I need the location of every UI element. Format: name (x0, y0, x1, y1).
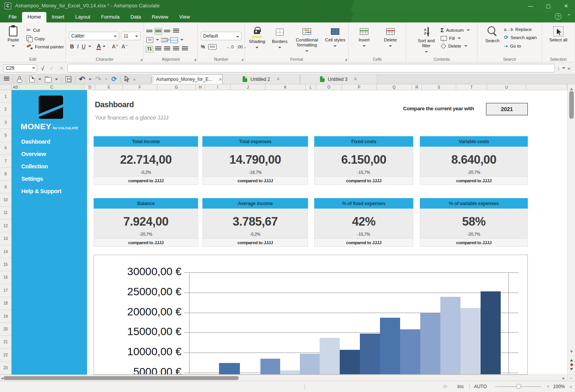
formula-bar-dropdown[interactable] (562, 67, 565, 70)
sidebar-item-overview[interactable]: Overview (21, 147, 84, 160)
save-icon[interactable] (65, 76, 72, 82)
row-header-5[interactable]: 5 (0, 129, 11, 142)
zoom-in-button[interactable]: + (547, 384, 549, 389)
row-header-13[interactable]: 13 (0, 232, 11, 245)
cancel-button[interactable]: ✕ (58, 65, 65, 71)
column-header-C[interactable]: C (19, 84, 84, 90)
merge-cells-button[interactable] (170, 36, 178, 44)
sidebar-item-dashboard[interactable]: Dashboard (21, 135, 84, 147)
column-header-U[interactable]: U (487, 84, 526, 90)
shrink-font-button[interactable]: A⁻ (120, 43, 129, 50)
row-header-17[interactable]: 17 (0, 284, 11, 297)
sheet-tab-3[interactable]: Untitled 3✕ (300, 74, 377, 84)
column-header-S[interactable]: S (422, 84, 456, 90)
menu-data[interactable]: Data (125, 12, 146, 22)
character-dialog-launcher[interactable] (140, 58, 142, 61)
column-header-K[interactable]: K (265, 84, 306, 90)
search-button[interactable]: Search (483, 25, 503, 43)
italic-button[interactable]: I (76, 43, 80, 50)
menu-layout[interactable]: Layout (70, 12, 96, 22)
column-header-O[interactable]: O (316, 84, 342, 90)
name-box[interactable]: C29 (3, 64, 37, 72)
paste-button[interactable]: Paste (2, 25, 25, 48)
align-center-button[interactable] (163, 46, 171, 53)
align-distribute-button[interactable] (172, 28, 180, 35)
undo-icon[interactable]: ↶ (79, 76, 85, 82)
touch-mode-icon[interactable] (17, 76, 22, 82)
row-header-18[interactable]: 18 (0, 297, 11, 310)
row-header-21[interactable]: 21 (0, 336, 11, 349)
sheet-tab-2[interactable]: Untitled 2✕ (222, 74, 300, 84)
formula-overflow-icon[interactable]: » (568, 65, 570, 71)
row-header-14[interactable]: 14 (0, 245, 11, 258)
bold-button[interactable]: B (69, 43, 75, 50)
column-header-Q[interactable]: Q (376, 84, 412, 90)
function-wizard-button[interactable]: √ (39, 65, 46, 72)
borders-button[interactable]: Borders (269, 25, 291, 50)
open-folder-icon[interactable] (45, 77, 51, 82)
format-painter-button[interactable]: Format painter (26, 44, 64, 50)
scroll-left-icon[interactable]: ◀ (1, 377, 3, 380)
menu-review[interactable]: Review (146, 12, 174, 22)
row-header-2[interactable]: 2 (0, 103, 11, 116)
align-right-button[interactable] (172, 46, 180, 53)
number-format-select[interactable]: Default (201, 32, 241, 40)
wrap-text-button[interactable] (160, 36, 169, 44)
row-header-12[interactable]: 12 (0, 219, 11, 232)
go-to-button[interactable]: ⇢Go to (504, 43, 537, 49)
autosum-dropdown[interactable] (467, 29, 470, 33)
column-header-E[interactable]: E (96, 84, 123, 90)
underline-button[interactable]: U (80, 43, 87, 50)
menu-home[interactable]: Home (22, 12, 46, 22)
insert-cells-button[interactable]: Insert (352, 25, 376, 48)
alignment-dialog-launcher[interactable] (194, 58, 196, 61)
undo-dropdown[interactable] (89, 79, 92, 82)
menu-view[interactable]: View (174, 12, 195, 22)
menu-formula[interactable]: Formula (96, 12, 125, 22)
column-header-L[interactable]: L (306, 84, 316, 90)
conditional-formatting-dropdown[interactable] (305, 50, 308, 53)
align-justify-button[interactable] (181, 46, 189, 53)
menu-file[interactable]: File (3, 12, 22, 22)
cell-styles-button[interactable]: Cell styles (323, 25, 347, 48)
sidebar-item-settings[interactable]: Settings (21, 172, 84, 185)
close-button[interactable]: ✕ (557, 0, 575, 12)
shading-dropdown[interactable] (255, 47, 258, 50)
font-color-dropdown[interactable] (103, 46, 106, 49)
insert-cells-dropdown[interactable] (363, 45, 366, 48)
delete-contents-button[interactable]: Delete (441, 43, 470, 49)
jump-previous-icon[interactable] (570, 358, 573, 361)
column-header-P[interactable]: P (342, 84, 376, 90)
row-header-10[interactable]: 10 (0, 193, 11, 206)
zoom-slider-knob[interactable] (516, 384, 521, 389)
sidebar-menu-icon[interactable] (4, 77, 9, 82)
format-dialog-launcher[interactable] (345, 58, 347, 61)
close-tab-icon[interactable]: ✕ (276, 77, 280, 82)
delete-cells-button[interactable]: Delete (378, 25, 403, 48)
zoom-level[interactable]: 100% (553, 384, 565, 389)
vertical-scrollbar-thumb[interactable] (569, 91, 574, 119)
close-tab-icon[interactable]: ✕ (354, 77, 357, 82)
vertical-scrollbar[interactable] (567, 84, 575, 381)
fill-dropdown[interactable] (458, 38, 461, 41)
row-header-3[interactable]: 3 (0, 116, 11, 129)
column-header-G[interactable]: G (157, 84, 196, 90)
row-header-22[interactable]: 22 (0, 349, 11, 361)
add-decimal-button[interactable]: ←.0 (226, 45, 234, 49)
column-header-J[interactable]: J (231, 84, 265, 90)
row-header-7[interactable]: 7 (0, 155, 11, 168)
row-header-8[interactable]: 8 (0, 168, 11, 180)
minimize-button[interactable]: — (522, 0, 539, 12)
font-color-button[interactable]: A (96, 43, 101, 50)
row-header-23[interactable]: 23 (0, 362, 11, 375)
borders-dropdown[interactable] (278, 47, 281, 50)
redo-dropdown[interactable] (105, 79, 108, 82)
font-name-select[interactable]: Calibri (69, 32, 119, 40)
status-refresh-icon[interactable]: ⟳ (443, 383, 447, 390)
new-document-icon[interactable] (29, 76, 35, 82)
maximize-button[interactable]: ▢ (539, 0, 557, 12)
borders-small-button[interactable] (145, 36, 154, 44)
close-tab-icon[interactable]: ✕ (219, 77, 222, 82)
row-header-9[interactable]: 9 (0, 181, 11, 193)
borders-small-dropdown[interactable] (156, 39, 159, 42)
